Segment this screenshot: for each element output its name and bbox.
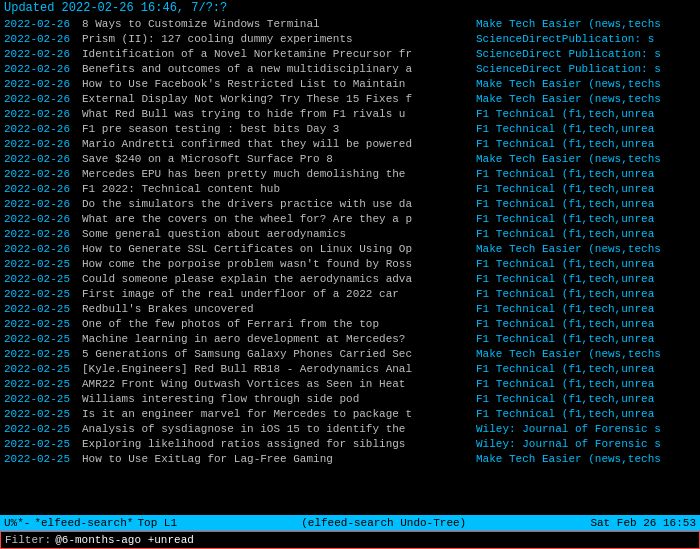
feed-date: 2022-02-26 <box>4 153 82 165</box>
feed-source: F1 Technical (f1,tech,unrea <box>476 288 696 300</box>
feed-source: F1 Technical (f1,tech,unrea <box>476 213 696 225</box>
feed-row[interactable]: 2022-02-26Do the simulators the drivers … <box>0 196 700 211</box>
feed-title: Is it an engineer marvel for Mercedes to… <box>82 408 476 420</box>
feed-row[interactable]: 2022-02-26How to Generate SSL Certificat… <box>0 241 700 256</box>
filter-bar[interactable]: Filter: @6-months-ago +unread <box>0 531 700 549</box>
status-right: Sat Feb 26 16:53 <box>590 517 696 529</box>
feed-source: Wiley: Journal of Forensic s <box>476 438 696 450</box>
feed-source: Make Tech Easier (news,techs <box>476 453 696 465</box>
updated-suffix: , 7/?:? <box>177 1 227 15</box>
feed-date: 2022-02-25 <box>4 318 82 330</box>
feed-source: Make Tech Easier (news,techs <box>476 243 696 255</box>
feed-row[interactable]: 2022-02-25How to Use ExitLag for Lag-Fre… <box>0 451 700 466</box>
feed-title: Mario Andretti confirmed that they will … <box>82 138 476 150</box>
feed-row[interactable]: 2022-02-25How come the porpoise problem … <box>0 256 700 271</box>
feed-date: 2022-02-26 <box>4 213 82 225</box>
feed-source: F1 Technical (f1,tech,unrea <box>476 198 696 210</box>
status-left: U%*- <box>4 517 30 529</box>
feed-date: 2022-02-25 <box>4 453 82 465</box>
feed-date: 2022-02-25 <box>4 348 82 360</box>
status-middle: (elfeed-search Undo-Tree) <box>177 517 590 529</box>
filter-label: Filter: <box>5 534 51 546</box>
feed-row[interactable]: 2022-02-25First image of the real underf… <box>0 286 700 301</box>
feed-title: First image of the real underfloor of a … <box>82 288 476 300</box>
feed-row[interactable]: 2022-02-26F1 2022: Technical content hub… <box>0 181 700 196</box>
feed-row[interactable]: 2022-02-26Some general question about ae… <box>0 226 700 241</box>
feed-row[interactable]: 2022-02-26Benefits and outcomes of a new… <box>0 61 700 76</box>
feed-row[interactable]: 2022-02-268 Ways to Customize Windows Te… <box>0 16 700 31</box>
feed-source: F1 Technical (f1,tech,unrea <box>476 123 696 135</box>
status-bar: U%*- *elfeed-search* Top L1 (elfeed-sear… <box>0 515 700 531</box>
feed-title: Could someone please explain the aerodyn… <box>82 273 476 285</box>
feed-row[interactable]: 2022-02-26Identification of a Novel Nork… <box>0 46 700 61</box>
feed-title: How come the porpoise problem wasn't fou… <box>82 258 476 270</box>
feed-source: Wiley: Journal of Forensic s <box>476 423 696 435</box>
feed-title: Exploring likelihood ratios assigned for… <box>82 438 476 450</box>
feed-title: Analysis of sysdiagnose in iOS 15 to ide… <box>82 423 476 435</box>
feed-date: 2022-02-25 <box>4 438 82 450</box>
feed-source: ScienceDirectPublication: s <box>476 33 696 45</box>
feed-title: Mercedes EPU has been pretty much demoli… <box>82 168 476 180</box>
feed-source: F1 Technical (f1,tech,unrea <box>476 393 696 405</box>
feed-title: Identification of a Novel Norketamine Pr… <box>82 48 476 60</box>
feed-title: Some general question about aerodynamics <box>82 228 476 240</box>
feed-date: 2022-02-25 <box>4 288 82 300</box>
feed-title: 5 Generations of Samsung Galaxy Phones C… <box>82 348 476 360</box>
feed-row[interactable]: 2022-02-255 Generations of Samsung Galax… <box>0 346 700 361</box>
feed-title: AMR22 Front Wing Outwash Vortices as See… <box>82 378 476 390</box>
feed-row[interactable]: 2022-02-25Is it an engineer marvel for M… <box>0 406 700 421</box>
feed-row[interactable]: 2022-02-25[Kyle.Engineers] Red Bull RB18… <box>0 361 700 376</box>
feed-source: F1 Technical (f1,tech,unrea <box>476 258 696 270</box>
feed-date: 2022-02-25 <box>4 393 82 405</box>
feed-title: F1 pre season testing : best bits Day 3 <box>82 123 476 135</box>
feed-row[interactable]: 2022-02-25Machine learning in aero devel… <box>0 331 700 346</box>
feed-source: Make Tech Easier (news,techs <box>476 93 696 105</box>
content-area: 2022-02-268 Ways to Customize Windows Te… <box>0 16 700 515</box>
feed-source: F1 Technical (f1,tech,unrea <box>476 333 696 345</box>
feed-row[interactable]: 2022-02-26Mario Andretti confirmed that … <box>0 136 700 151</box>
feed-title: What Red Bull was trying to hide from F1… <box>82 108 476 120</box>
feed-row[interactable]: 2022-02-25Williams interesting flow thro… <box>0 391 700 406</box>
feed-list[interactable]: 2022-02-268 Ways to Customize Windows Te… <box>0 16 700 515</box>
status-top: Top L1 <box>137 517 177 529</box>
feed-date: 2022-02-25 <box>4 423 82 435</box>
feed-date: 2022-02-25 <box>4 258 82 270</box>
filter-value: @6-months-ago +unread <box>55 534 194 546</box>
feed-title: Benefits and outcomes of a new multidisc… <box>82 63 476 75</box>
feed-source: F1 Technical (f1,tech,unrea <box>476 108 696 120</box>
feed-title: Redbull's Brakes uncovered <box>82 303 476 315</box>
feed-title: One of the few photos of Ferrari from th… <box>82 318 476 330</box>
feed-date: 2022-02-26 <box>4 108 82 120</box>
feed-row[interactable]: 2022-02-25One of the few photos of Ferra… <box>0 316 700 331</box>
feed-source: F1 Technical (f1,tech,unrea <box>476 138 696 150</box>
feed-row[interactable]: 2022-02-25Analysis of sysdiagnose in iOS… <box>0 421 700 436</box>
feed-title: Williams interesting flow through side p… <box>82 393 476 405</box>
feed-title: What are the covers on the wheel for? Ar… <box>82 213 476 225</box>
feed-date: 2022-02-26 <box>4 243 82 255</box>
feed-row[interactable]: 2022-02-26External Display Not Working? … <box>0 91 700 106</box>
feed-row[interactable]: 2022-02-26Mercedes EPU has been pretty m… <box>0 166 700 181</box>
feed-row[interactable]: 2022-02-26What are the covers on the whe… <box>0 211 700 226</box>
feed-row[interactable]: 2022-02-25Redbull's Brakes uncoveredF1 T… <box>0 301 700 316</box>
feed-row[interactable]: 2022-02-26F1 pre season testing : best b… <box>0 121 700 136</box>
feed-title: Prism (II): 127 cooling dummy experiment… <box>82 33 476 45</box>
feed-row[interactable]: 2022-02-25Could someone please explain t… <box>0 271 700 286</box>
feed-row[interactable]: 2022-02-25Exploring likelihood ratios as… <box>0 436 700 451</box>
feed-title: How to Generate SSL Certificates on Linu… <box>82 243 476 255</box>
feed-date: 2022-02-26 <box>4 93 82 105</box>
feed-row[interactable]: 2022-02-25AMR22 Front Wing Outwash Vorti… <box>0 376 700 391</box>
feed-date: 2022-02-25 <box>4 273 82 285</box>
feed-title: 8 Ways to Customize Windows Terminal <box>82 18 476 30</box>
feed-date: 2022-02-25 <box>4 378 82 390</box>
feed-date: 2022-02-25 <box>4 363 82 375</box>
feed-source: F1 Technical (f1,tech,unrea <box>476 228 696 240</box>
feed-row[interactable]: 2022-02-26How to Use Facebook's Restrict… <box>0 76 700 91</box>
feed-source: F1 Technical (f1,tech,unrea <box>476 168 696 180</box>
feed-row[interactable]: 2022-02-26Prism (II): 127 cooling dummy … <box>0 31 700 46</box>
feed-source: F1 Technical (f1,tech,unrea <box>476 318 696 330</box>
feed-date: 2022-02-26 <box>4 78 82 90</box>
feed-row[interactable]: 2022-02-26Save $240 on a Microsoft Surfa… <box>0 151 700 166</box>
feed-date: 2022-02-26 <box>4 228 82 240</box>
feed-row[interactable]: 2022-02-26What Red Bull was trying to hi… <box>0 106 700 121</box>
feed-date: 2022-02-25 <box>4 303 82 315</box>
